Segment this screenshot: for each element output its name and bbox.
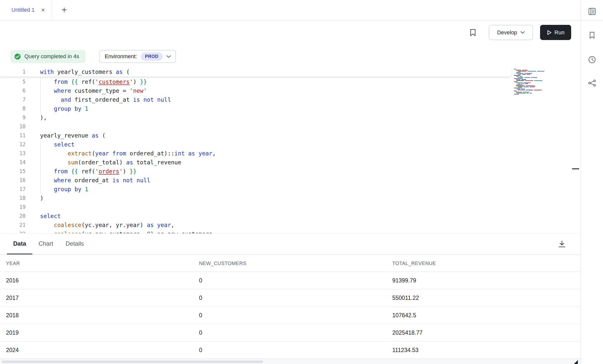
run-button[interactable]: Run xyxy=(540,25,571,40)
table-row[interactable]: 2016091399.79 xyxy=(0,272,581,289)
bookmark-icon xyxy=(588,31,596,40)
line-numbers-icon xyxy=(588,7,596,16)
code-line[interactable]: 17 group by 1 xyxy=(0,185,581,194)
code-text: where ordered_at is not null xyxy=(40,176,150,185)
sticky-scroll-line[interactable]: 1with yearly_customers as ( xyxy=(0,67,511,77)
code-line[interactable]: 14 sum(order_total) as total_revenue xyxy=(0,158,581,167)
line-number: 15 xyxy=(0,167,26,176)
table-row[interactable]: 201902025418.77 xyxy=(0,324,581,342)
clock-icon xyxy=(588,55,596,64)
table-body: 2016091399.7920170550011.2220180107642.5… xyxy=(0,272,581,359)
environment-badge: PROD xyxy=(141,52,163,61)
horizontal-scrollbar[interactable] xyxy=(0,359,581,364)
editor-config-button[interactable] xyxy=(585,5,599,18)
right-sidebar xyxy=(581,0,603,364)
environment-selector[interactable]: Environment: PROD xyxy=(99,50,176,63)
code-line[interactable]: 11yearly_revenue as ( xyxy=(0,131,581,140)
code-line[interactable]: 19 xyxy=(0,203,581,212)
table-cell: 550011.22 xyxy=(392,289,419,306)
play-icon xyxy=(547,30,552,35)
column-header: TOTAL_REVENUE xyxy=(392,255,436,272)
indent-guide xyxy=(40,77,41,113)
table-cell: 2018 xyxy=(6,307,19,324)
code-text: yearly_revenue as ( xyxy=(40,131,105,140)
code-line[interactable]: 16 where ordered_at is not null xyxy=(0,176,581,185)
table-cell: 91399.79 xyxy=(392,272,416,289)
line-number: 6 xyxy=(0,86,26,95)
scrollbar-thumb[interactable] xyxy=(572,168,579,169)
table-row[interactable]: 20240111234.53 xyxy=(0,342,581,359)
code-text: sum(order_total) as total_revenue xyxy=(40,158,181,167)
new-tab-button[interactable]: + xyxy=(59,0,70,20)
bookmark-icon xyxy=(469,29,477,37)
results-tab-chart[interactable]: Chart xyxy=(32,233,59,255)
bookmarks-button[interactable] xyxy=(585,29,599,42)
develop-dropdown[interactable]: Develop xyxy=(489,25,533,40)
code-lines: 5 from {{ ref('customers') }}6 where cus… xyxy=(0,77,581,233)
query-status-pill: Query completed in 4s xyxy=(10,50,86,63)
line-number: 19 xyxy=(0,203,26,212)
code-line[interactable]: 20select xyxy=(0,212,581,221)
results-tab-bar: DataChartDetails xyxy=(7,233,90,255)
code-line[interactable]: 18) xyxy=(0,194,581,203)
code-line[interactable]: 6 where customer_type = 'new' xyxy=(0,86,581,95)
table-cell: 2019 xyxy=(6,324,19,341)
code-text: ), xyxy=(40,113,47,122)
line-number: 12 xyxy=(0,140,26,149)
table-cell: 0 xyxy=(199,289,202,306)
query-status-text: Query completed in 4s xyxy=(24,53,79,60)
code-line[interactable]: 10 xyxy=(0,122,581,131)
horizontal-scrollbar-thumb[interactable] xyxy=(2,361,263,363)
tab-close-icon[interactable]: ✕ xyxy=(40,6,46,14)
history-button[interactable] xyxy=(585,53,599,66)
code-line[interactable]: 12 select xyxy=(0,140,581,149)
results-tab-details[interactable]: Details xyxy=(59,233,90,255)
download-icon xyxy=(558,240,566,248)
minimap[interactable] xyxy=(513,68,544,95)
chevron-down-icon xyxy=(166,55,171,58)
table-cell: 0 xyxy=(199,307,202,324)
code-text: and first_ordered_at is not null xyxy=(40,95,171,104)
code-line[interactable]: 1with yearly_customers as ( xyxy=(0,67,511,76)
table-cell: 107642.5 xyxy=(392,307,416,324)
table-cell: 2025418.77 xyxy=(392,324,423,341)
app-root: Untitled 1 ✕ + Develop Run Query complet… xyxy=(0,0,603,364)
tab-untitled-1[interactable]: Untitled 1 ✕ xyxy=(0,0,52,20)
code-text: select xyxy=(40,212,61,221)
line-number: 5 xyxy=(0,77,26,86)
table-cell: 2024 xyxy=(6,342,19,359)
chevron-down-icon xyxy=(520,31,525,34)
resize-corner[interactable] xyxy=(574,360,578,364)
code-text: from {{ ref('customers') }} xyxy=(40,77,147,86)
table-cell: 0 xyxy=(199,342,202,359)
code-line[interactable]: 5 from {{ ref('customers') }} xyxy=(0,77,581,86)
environment-label: Environment: xyxy=(105,53,137,60)
download-results-button[interactable] xyxy=(556,238,568,250)
success-check-icon xyxy=(14,53,21,60)
code-line[interactable]: 9), xyxy=(0,113,581,122)
code-text: from {{ ref('orders') }} xyxy=(40,167,137,176)
code-line[interactable]: 21 coalesce(yc.year, yr.year) as year, xyxy=(0,221,581,229)
code-line[interactable]: 13 extract(year from ordered_at)::int as… xyxy=(0,149,581,158)
line-number: 22 xyxy=(0,229,26,233)
table-row[interactable]: 20170550011.22 xyxy=(0,289,581,307)
code-line[interactable]: 7 and first_ordered_at is not null xyxy=(0,95,581,104)
line-number: 11 xyxy=(0,131,26,140)
code-text: ) xyxy=(40,194,44,203)
line-number: 16 xyxy=(0,176,26,185)
table-cell: 2016 xyxy=(6,272,19,289)
lineage-icon xyxy=(588,79,596,87)
code-text: group by 1 xyxy=(40,185,88,194)
line-number: 10 xyxy=(0,122,26,131)
code-line[interactable]: 8 group by 1 xyxy=(0,104,581,113)
code-text: coalesce(yc.new_customers, 0) as new_cus… xyxy=(40,229,216,233)
table-row[interactable]: 20180107642.5 xyxy=(0,307,581,324)
results-tab-data[interactable]: Data xyxy=(7,233,32,255)
table-cell: 2017 xyxy=(6,289,19,306)
bookmark-button[interactable] xyxy=(468,28,478,37)
code-line[interactable]: 22 coalesce(yc.new_customers, 0) as new_… xyxy=(0,229,581,233)
line-number: 17 xyxy=(0,185,26,194)
lineage-button[interactable] xyxy=(585,76,599,90)
code-line[interactable]: 15 from {{ ref('orders') }} xyxy=(0,167,581,176)
sql-editor[interactable]: 5 from {{ ref('customers') }}6 where cus… xyxy=(0,67,581,233)
